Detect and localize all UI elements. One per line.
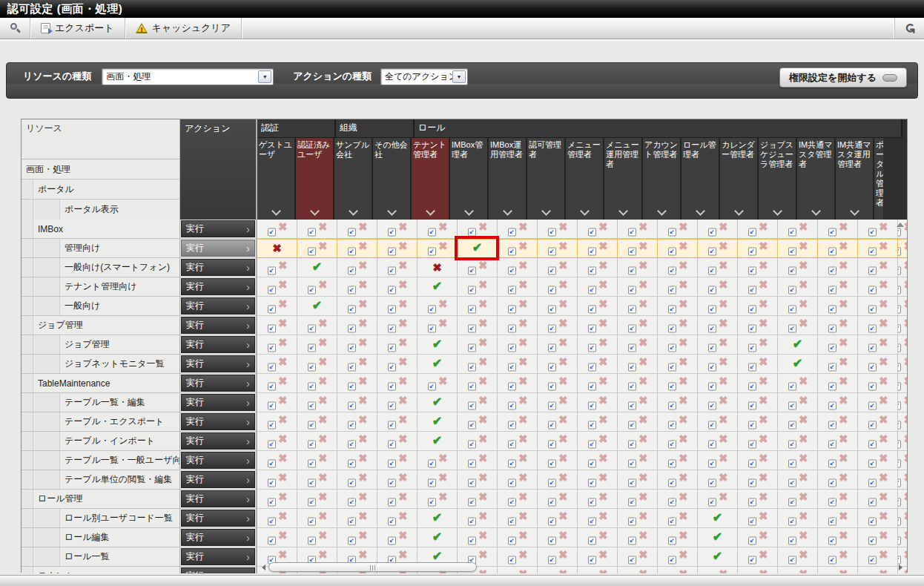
permission-cell[interactable]: ✖↙	[458, 297, 498, 316]
permission-cell[interactable]: ✖↙	[297, 393, 337, 412]
resource-cell[interactable]: 管理向け	[22, 239, 180, 258]
permission-cell[interactable]: ✖↙	[658, 412, 698, 432]
permission-cell[interactable]: ✖↙	[618, 297, 658, 316]
permission-cell[interactable]: ✖↙	[818, 335, 858, 355]
permission-cell[interactable]: ✖↙	[738, 547, 778, 567]
permission-cell[interactable]: ✖↙	[578, 277, 618, 297]
permission-cell[interactable]: ✖↙	[377, 239, 418, 258]
permission-cell[interactable]: ✖↙	[658, 258, 698, 277]
permission-cell[interactable]: ✖↙	[898, 355, 907, 374]
permission-cell[interactable]: ✖↙	[377, 490, 418, 509]
resource-cell[interactable]: ロール編集	[22, 528, 180, 547]
cache-clear-button[interactable]: ! キャッシュクリア	[125, 18, 242, 39]
permission-cell[interactable]: ✖↙	[698, 567, 738, 573]
permission-cell[interactable]: ✖↙	[297, 432, 337, 451]
permission-cell[interactable]: ✖↙	[297, 547, 337, 567]
permission-cell[interactable]: ✖↙	[698, 239, 738, 258]
column-header[interactable]: ロール管理者	[682, 138, 720, 220]
permission-cell[interactable]: ✖↙	[738, 432, 778, 451]
permission-cell[interactable]: ✖↙	[257, 567, 297, 573]
permission-cell[interactable]: ✖↙	[458, 355, 498, 374]
permission-cell[interactable]: ✖↙	[818, 470, 858, 490]
permission-cell[interactable]: ✖↙	[698, 316, 738, 335]
permission-cell[interactable]: ✖↙	[297, 239, 337, 258]
permission-cell[interactable]: ✖↙	[538, 412, 578, 432]
permission-cell[interactable]: ✖↙	[337, 239, 377, 258]
column-header[interactable]: ポータル管理者	[874, 138, 883, 220]
permission-cell[interactable]: ✖↙	[858, 451, 898, 470]
permission-cell[interactable]: ✖↙	[337, 451, 377, 470]
permission-cell[interactable]: ✖↙	[818, 567, 858, 573]
permission-cell[interactable]: ✖↙	[377, 509, 418, 528]
permission-cell[interactable]: ✔	[778, 355, 818, 374]
permission-cell[interactable]: ✖↙	[658, 355, 698, 374]
permission-cell[interactable]: ✖↙	[538, 432, 578, 451]
permission-cell[interactable]: ✖↙	[257, 316, 297, 335]
resource-cell[interactable]: テーブル・エクスポート	[22, 412, 180, 432]
permission-cell[interactable]: ✖↙	[257, 451, 297, 470]
permission-cell[interactable]: ✔	[698, 528, 738, 547]
permission-cell[interactable]: ✖↙	[377, 470, 418, 490]
permission-cell[interactable]: ✖↙	[578, 509, 618, 528]
resource-cell[interactable]: ロール別ユーザコード一覧	[22, 509, 180, 528]
permission-cell[interactable]: ✖↙	[738, 509, 778, 528]
permission-cell[interactable]: ✖↙	[498, 297, 538, 316]
permission-cell[interactable]: ✖↙	[698, 490, 738, 509]
permission-cell[interactable]: ✖↙	[418, 374, 458, 393]
permission-cell[interactable]: ✖↙	[458, 393, 498, 412]
permission-cell[interactable]: ✖↙	[738, 393, 778, 412]
permission-cell[interactable]: ✖↙	[818, 509, 858, 528]
execute-button[interactable]: 実行›	[181, 375, 255, 392]
permission-cell[interactable]: ✖↙	[738, 451, 778, 470]
permission-cell[interactable]: ✖↙	[778, 412, 818, 432]
permission-cell[interactable]: ✖↙	[578, 393, 618, 412]
permission-cell[interactable]: ✖↙	[538, 547, 578, 567]
permission-cell[interactable]: ✖↙	[618, 258, 658, 277]
permission-cell[interactable]: ✖↙	[297, 277, 337, 297]
permission-cell[interactable]: ✖↙	[297, 412, 337, 432]
permission-cell[interactable]: ✖↙	[498, 470, 538, 490]
resource-cell[interactable]: テーブル単位の閲覧・編集	[22, 470, 180, 490]
permission-cell[interactable]: ✖↙	[458, 316, 498, 335]
permission-cell[interactable]: ✖↙	[337, 470, 377, 490]
permission-cell[interactable]: ✖↙	[458, 528, 498, 547]
permission-cell[interactable]: ✔	[418, 277, 458, 297]
permission-cell[interactable]: ✖↙	[658, 316, 698, 335]
permission-cell[interactable]: ✖↙	[698, 277, 738, 297]
permission-cell[interactable]: ✖↙	[297, 451, 337, 470]
permission-cell[interactable]: ✖↙	[578, 490, 618, 509]
permission-cell[interactable]: ✖↙	[618, 374, 658, 393]
permission-cell[interactable]: ✖↙	[257, 393, 297, 412]
permission-cell[interactable]: ✖↙	[578, 335, 618, 355]
permission-cell[interactable]: ✖↙	[377, 374, 418, 393]
permission-cell[interactable]: ✖↙	[698, 258, 738, 277]
permission-cell[interactable]: ✖↙	[658, 277, 698, 297]
permission-cell[interactable]: ✖↙	[698, 432, 738, 451]
permission-cell[interactable]: ✖↙	[618, 432, 658, 451]
resource-cell[interactable]: テナント管理向け	[22, 277, 180, 297]
permission-cell[interactable]: ✖↙	[658, 509, 698, 528]
column-header[interactable]: ジョブスケジューラ管理者	[759, 138, 797, 220]
permission-cell[interactable]: ✖↙	[538, 470, 578, 490]
resource-cell[interactable]: 一般向け(スマートフォン)	[22, 258, 180, 277]
permission-cell[interactable]: ✖↙	[818, 297, 858, 316]
permission-cell[interactable]: ✖↙	[858, 335, 898, 355]
permission-cell[interactable]: ✖↙	[337, 432, 377, 451]
permission-cell[interactable]: ✖↙	[778, 509, 818, 528]
permission-cell[interactable]: ✖↙	[658, 528, 698, 547]
permission-cell[interactable]: ✖↙	[818, 239, 858, 258]
permission-cell[interactable]: ✖↙	[498, 277, 538, 297]
permission-cell[interactable]: ✖↙	[337, 528, 377, 547]
permission-cell[interactable]: ✖↙	[377, 355, 418, 374]
permission-cell[interactable]: ✖↙	[257, 335, 297, 355]
permission-cell[interactable]: ✖↙	[498, 432, 538, 451]
permission-cell[interactable]: ✖↙	[458, 412, 498, 432]
permission-cell[interactable]: ✖↙	[858, 547, 898, 567]
permission-cell[interactable]: ✖↙	[257, 432, 297, 451]
permission-cell[interactable]: ✖↙	[418, 470, 458, 490]
permission-cell[interactable]: ✖↙	[337, 335, 377, 355]
permission-cell[interactable]: ✖↙	[458, 220, 498, 239]
permission-cell[interactable]: ✖↙	[538, 528, 578, 547]
execute-button[interactable]: 実行›	[181, 220, 255, 237]
permission-cell[interactable]: ✖↙	[578, 528, 618, 547]
